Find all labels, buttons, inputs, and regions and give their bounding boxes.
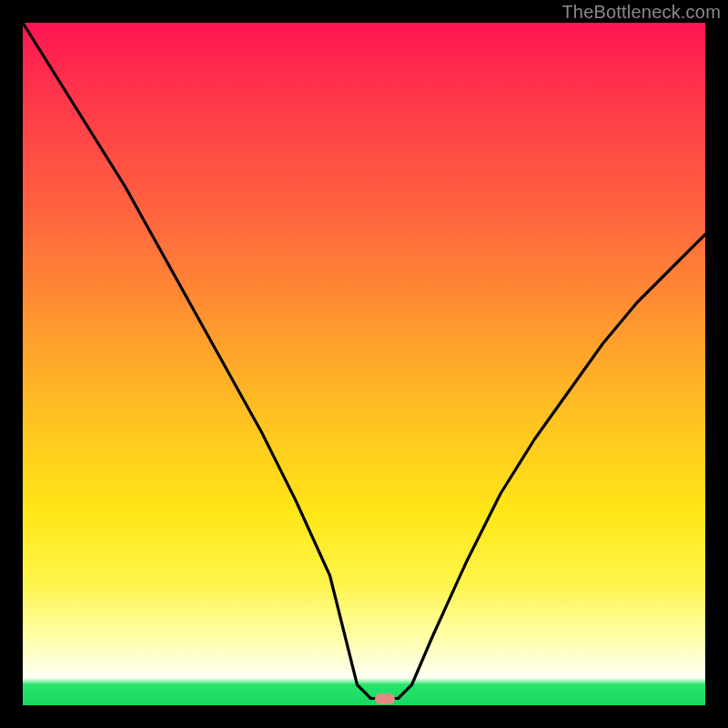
bottleneck-curve: [23, 23, 705, 705]
optimum-marker: [375, 693, 395, 704]
chart-frame: TheBottleneck.com: [0, 0, 728, 728]
watermark-label: TheBottleneck.com: [561, 2, 721, 23]
curve-path: [23, 23, 705, 699]
